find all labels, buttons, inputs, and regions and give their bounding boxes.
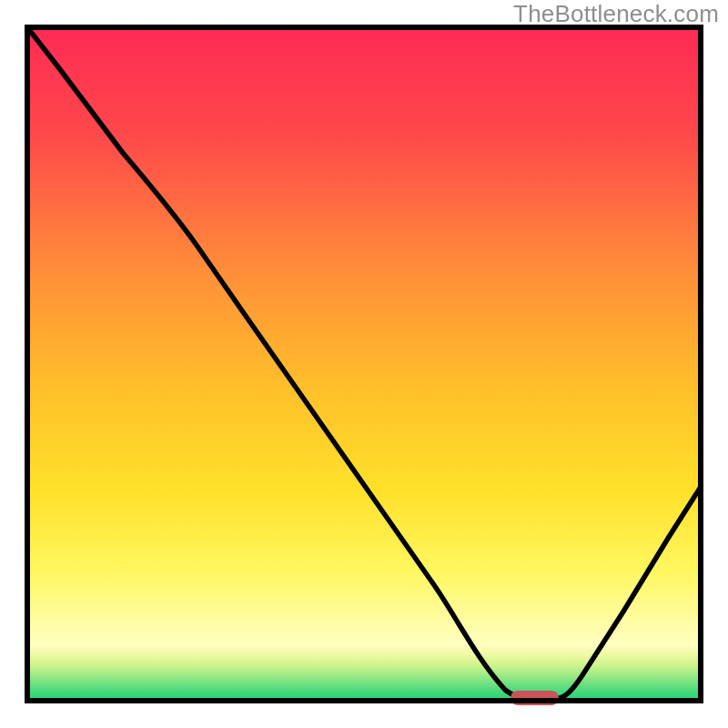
chart-stage: TheBottleneck.com [0,0,728,728]
watermark-text: TheBottleneck.com [513,0,719,28]
chart-svg [0,0,728,728]
gradient-background-top [27,27,701,646]
plot-interior [27,27,701,701]
